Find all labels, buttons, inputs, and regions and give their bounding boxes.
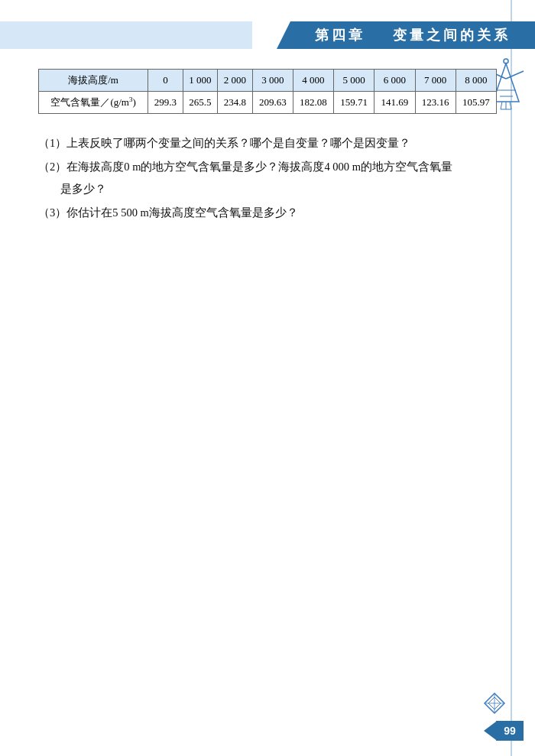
question-1-text: （1）上表反映了哪两个变量之间的关系？哪个是自变量？哪个是因变量？: [38, 132, 410, 154]
table-val-3: 209.63: [252, 92, 293, 114]
table-val-0: 299.3: [148, 92, 183, 114]
chapter-title: 第四章 变量之间的关系: [315, 26, 511, 44]
question-3: （3）你估计在5 500 m海拔高度空气含氧量是多少？: [38, 202, 497, 224]
chapter-number: 第四章: [315, 28, 365, 43]
questions-section: （1）上表反映了哪两个变量之间的关系？哪个是自变量？哪个是因变量？ （2）在海拔…: [38, 132, 497, 224]
table-val-2: 234.8: [218, 92, 252, 114]
table-col-5: 5 000: [334, 70, 374, 92]
table-col-4: 4 000: [293, 70, 333, 92]
table-val-8: 105.97: [456, 92, 496, 114]
page-arrow-icon: [484, 722, 496, 740]
table-col-1: 1 000: [183, 70, 217, 92]
right-decorative-line: [511, 0, 512, 756]
question-2: （2）在海拔高度0 m的地方空气含氧量是多少？海拔高度4 000 m的地方空气含…: [38, 156, 497, 200]
chapter-name: 变量之间的关系: [393, 28, 511, 43]
table-val-7: 123.16: [415, 92, 456, 114]
table-val-4: 182.08: [293, 92, 333, 114]
table-col-2: 2 000: [218, 70, 252, 92]
question-1: （1）上表反映了哪两个变量之间的关系？哪个是自变量？哪个是因变量？: [38, 132, 497, 154]
page-number-badge: 99: [496, 721, 524, 741]
question-2-text: （2）在海拔高度0 m的地方空气含氧量是多少？海拔高度4 000 m的地方空气含…: [38, 156, 452, 178]
page-number-area: 99: [484, 721, 524, 741]
page-number: 99: [504, 725, 516, 737]
svg-line-8: [510, 102, 511, 109]
question-3-text: （3）你估计在5 500 m海拔高度空气含氧量是多少？: [38, 202, 298, 224]
table-col-6: 6 000: [374, 70, 415, 92]
bottom-diamond-icon: [483, 692, 506, 718]
table-val-5: 159.71: [334, 92, 374, 114]
table-col-7: 7 000: [415, 70, 456, 92]
table-col-0: 0: [148, 70, 183, 92]
table-col-8: 8 000: [456, 70, 496, 92]
question-2-continuation: 是多少？: [38, 178, 106, 200]
svg-line-6: [501, 102, 502, 109]
main-content: 海拔高度/m 0 1 000 2 000 3 000 4 000 5 000 6…: [38, 69, 497, 226]
table-val-6: 141.69: [374, 92, 415, 114]
table-col-3: 3 000: [252, 70, 293, 92]
table-header-oxygen: 空气含氧量／(g/m3): [39, 92, 148, 114]
table-header-altitude: 海拔高度/m: [39, 70, 148, 92]
table-val-1: 265.5: [183, 92, 217, 114]
chapter-header-bar: 第四章 变量之间的关系: [290, 21, 535, 49]
data-table: 海拔高度/m 0 1 000 2 000 3 000 4 000 5 000 6…: [38, 69, 497, 114]
left-accent-bar: [0, 21, 252, 49]
